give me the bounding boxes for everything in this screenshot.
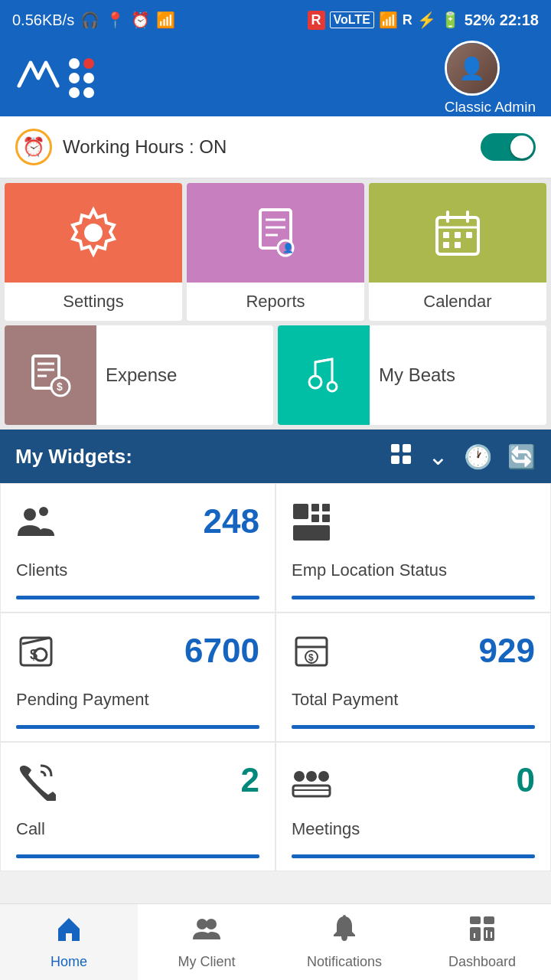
- chevron-down-icon[interactable]: ⌄: [428, 442, 448, 471]
- call-icon: [16, 761, 56, 810]
- widget-pending-payment[interactable]: $ 6700 Pending Payment: [0, 612, 276, 742]
- svg-rect-53: [484, 916, 494, 924]
- widget-call-top: 2: [16, 761, 259, 810]
- meetings-count: 0: [517, 761, 535, 799]
- widgets-header: My Widgets: ⌄ 🕐 🔄: [0, 430, 551, 483]
- my-beats-label: My Beats: [370, 364, 465, 386]
- meetings-bar: [292, 854, 535, 858]
- dot-1: [69, 58, 80, 69]
- svg-rect-51: [343, 915, 346, 918]
- time-display: 22:18: [500, 11, 539, 29]
- svg-rect-15: [443, 242, 449, 248]
- battery-icon: 🔋: [441, 11, 460, 29]
- user-profile-area[interactable]: 👤 Classic Admin: [445, 41, 536, 116]
- reports-icon-area: 👤: [187, 183, 364, 283]
- svg-point-31: [39, 507, 48, 516]
- svg-rect-33: [311, 504, 319, 511]
- menu-reports[interactable]: 👤 Reports: [187, 183, 364, 321]
- svg-rect-34: [322, 504, 330, 511]
- widget-emp-location[interactable]: Emp Location Status: [276, 483, 551, 612]
- timer-icon[interactable]: 🕐: [464, 443, 492, 470]
- svg-point-24: [328, 382, 337, 391]
- speed-indicator: 0.56KB/s: [12, 11, 74, 29]
- svg-rect-36: [322, 514, 330, 522]
- menu-expense[interactable]: $ Expense: [5, 325, 273, 425]
- emp-location-bar: [292, 596, 535, 599]
- dashboard-icon: [468, 915, 496, 949]
- location-icon: 📍: [106, 11, 125, 29]
- bolt-icon: ⚡: [417, 11, 436, 29]
- my-beats-icon-area: [278, 325, 370, 425]
- svg-rect-27: [403, 444, 411, 452]
- clock-icon: ⏰: [15, 129, 52, 165]
- widget-emp-location-top: [292, 502, 535, 551]
- widgets-grid: 248 Clients Emp Location Status: [0, 483, 551, 871]
- toggle-knob: [510, 136, 533, 158]
- pending-payment-count: 6700: [184, 632, 259, 670]
- svg-text:👤: 👤: [282, 242, 294, 253]
- svg-rect-26: [391, 444, 399, 452]
- nav-notifications-label: Notifications: [307, 954, 382, 970]
- working-hours-toggle[interactable]: [481, 133, 536, 161]
- menu-my-beats[interactable]: My Beats: [278, 325, 546, 425]
- clients-count: 248: [204, 502, 259, 541]
- settings-icon-area: [5, 183, 182, 283]
- total-payment-label: Total Payment: [292, 690, 535, 710]
- widget-pending-payment-top: $ 6700: [16, 632, 259, 681]
- network-r2-icon: R: [403, 12, 412, 28]
- svg-point-44: [294, 771, 305, 782]
- widget-meetings-top: 0: [292, 761, 535, 810]
- working-hours-bar: ⏰ Working Hours : ON: [0, 116, 551, 178]
- logo-dots: [69, 58, 107, 98]
- svg-rect-28: [391, 456, 399, 464]
- nav-my-client-label: My Client: [178, 954, 235, 970]
- grid-menu-row2: $ Expense My Beats: [0, 325, 551, 430]
- svg-point-23: [309, 376, 321, 388]
- menu-calendar[interactable]: Calendar: [369, 183, 546, 321]
- svg-rect-14: [466, 232, 472, 238]
- svg-point-30: [24, 508, 36, 521]
- menu-settings[interactable]: Settings: [5, 183, 182, 321]
- svg-rect-29: [403, 456, 411, 464]
- nav-dashboard[interactable]: Dashboard: [413, 904, 551, 980]
- widgets-actions: ⌄ 🕐 🔄: [390, 442, 536, 471]
- dot-2: [83, 58, 94, 69]
- clients-bar: [16, 596, 259, 599]
- dot-4: [83, 73, 94, 83]
- avatar: 👤: [445, 41, 500, 96]
- grid-view-icon[interactable]: [390, 443, 412, 471]
- meetings-label: Meetings: [292, 819, 535, 839]
- emp-location-icon: [292, 502, 331, 551]
- svg-rect-52: [470, 916, 481, 924]
- clients-label: Clients: [16, 560, 259, 580]
- nav-my-client[interactable]: My Client: [138, 904, 276, 980]
- my-client-icon: [193, 915, 220, 949]
- svg-rect-55: [484, 927, 494, 941]
- nav-dashboard-label: Dashboard: [448, 954, 516, 970]
- svg-text:$: $: [57, 381, 63, 393]
- nav-home[interactable]: Home: [0, 904, 138, 980]
- svg-rect-37: [293, 525, 330, 541]
- widget-clients[interactable]: 248 Clients: [0, 483, 276, 612]
- widget-total-payment[interactable]: $ 929 Total Payment: [276, 612, 551, 742]
- pending-payment-bar: [16, 725, 259, 729]
- total-payment-icon: $: [292, 632, 331, 681]
- nav-notifications[interactable]: Notifications: [276, 904, 413, 980]
- battery-percent: 52%: [465, 11, 495, 29]
- svg-point-45: [306, 771, 317, 782]
- grid-menu-row1: Settings 👤 Reports: [0, 178, 551, 325]
- working-hours-left: ⏰ Working Hours : ON: [15, 129, 227, 165]
- calendar-icon-area: [369, 183, 546, 283]
- widget-meetings[interactable]: 0 Meetings: [276, 742, 551, 871]
- refresh-icon[interactable]: 🔄: [507, 443, 536, 470]
- svg-line-25: [315, 359, 332, 362]
- call-count: 2: [241, 761, 259, 799]
- widget-call[interactable]: 2 Call: [0, 742, 276, 871]
- svg-rect-16: [455, 242, 461, 248]
- signal-bars: 📶: [379, 11, 398, 29]
- avatar-image: 👤: [447, 43, 497, 93]
- call-label: Call: [16, 819, 259, 839]
- user-name: Classic Admin: [445, 99, 536, 116]
- bottom-nav: Home My Client Notifications: [0, 903, 551, 980]
- svg-point-49: [197, 919, 207, 929]
